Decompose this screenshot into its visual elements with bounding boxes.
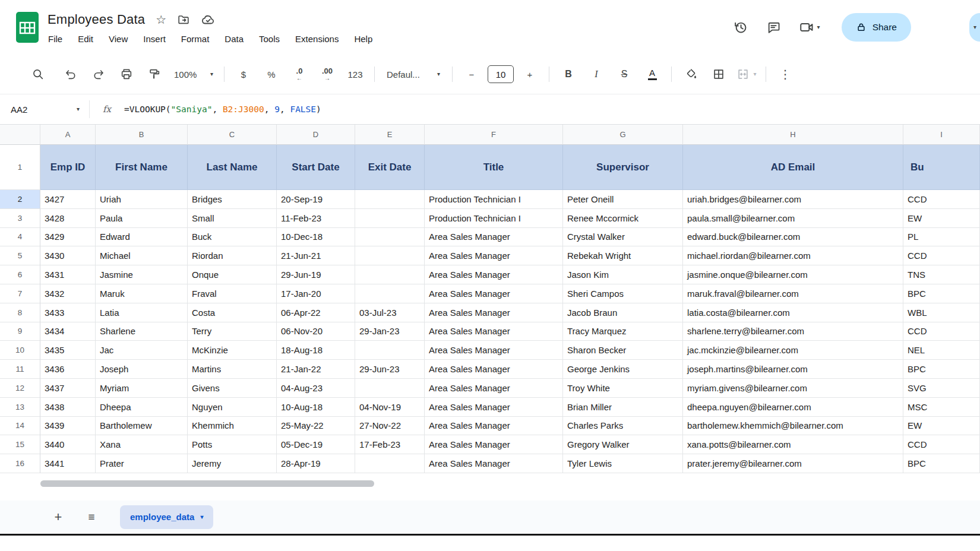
- cell[interactable]: Peter Oneill: [563, 190, 683, 209]
- cell[interactable]: Sharlene: [96, 322, 188, 341]
- cell[interactable]: [355, 190, 425, 209]
- cell[interactable]: BPC: [903, 284, 980, 303]
- row-header[interactable]: 16: [0, 454, 40, 473]
- increase-decimal-button[interactable]: .00 →: [315, 62, 339, 86]
- cell[interactable]: Latia: [96, 303, 188, 322]
- header-cell[interactable]: First Name: [96, 145, 188, 190]
- column-header[interactable]: G: [563, 125, 683, 145]
- cell[interactable]: 29-Jan-23: [355, 322, 425, 341]
- cell[interactable]: CCD: [903, 322, 980, 341]
- increase-font-size-button[interactable]: +: [518, 62, 542, 86]
- menu-view[interactable]: View: [101, 31, 135, 46]
- cell[interactable]: [355, 209, 425, 228]
- cell[interactable]: 3441: [40, 454, 96, 473]
- row-header[interactable]: 12: [0, 379, 40, 398]
- cell[interactable]: sharlene.terry@bilearner.com: [683, 322, 903, 341]
- cell[interactable]: George Jenkins: [563, 360, 683, 379]
- cell[interactable]: McKinzie: [188, 341, 277, 360]
- row-header[interactable]: 3: [0, 209, 40, 228]
- cell[interactable]: jasmine.onque@bilearner.com: [683, 265, 903, 284]
- cell[interactable]: Costa: [188, 303, 277, 322]
- cell[interactable]: 3436: [40, 360, 96, 379]
- cell[interactable]: 28-Apr-19: [277, 454, 355, 473]
- cell[interactable]: Joseph: [96, 360, 188, 379]
- cell[interactable]: 3440: [40, 435, 96, 454]
- menu-format[interactable]: Format: [173, 31, 217, 46]
- cell[interactable]: Jac: [96, 341, 188, 360]
- row-header[interactable]: 13: [0, 398, 40, 417]
- format-currency-button[interactable]: $: [232, 62, 255, 86]
- header-cell[interactable]: Title: [425, 145, 563, 190]
- cell[interactable]: bartholemew.khemmich@bilearner.com: [683, 417, 903, 436]
- cell[interactable]: Renee Mccormick: [563, 209, 683, 228]
- cell[interactable]: Area Sales Manager: [425, 435, 563, 454]
- header-cell[interactable]: Emp ID: [40, 145, 96, 190]
- cell[interactable]: CCD: [903, 190, 980, 209]
- document-title[interactable]: Employees Data: [48, 12, 145, 27]
- cell[interactable]: maruk.fraval@bilearner.com: [683, 284, 903, 303]
- cell[interactable]: [355, 379, 425, 398]
- cell[interactable]: 17-Feb-23: [355, 435, 425, 454]
- cell[interactable]: Uriah: [96, 190, 188, 209]
- cell[interactable]: 11-Feb-23: [277, 209, 355, 228]
- cell[interactable]: 04-Aug-23: [277, 379, 355, 398]
- cell[interactable]: 06-Apr-22: [277, 303, 355, 322]
- name-box[interactable]: AA2 ▾: [0, 94, 89, 124]
- print-button[interactable]: [115, 62, 138, 86]
- format-percent-button[interactable]: %: [260, 62, 283, 86]
- borders-button[interactable]: [707, 62, 731, 86]
- text-color-button[interactable]: A: [640, 62, 664, 86]
- paint-format-button[interactable]: [143, 62, 166, 86]
- account-menu-partial[interactable]: ▾: [969, 13, 980, 42]
- cell[interactable]: Area Sales Manager: [425, 265, 563, 284]
- cell[interactable]: Area Sales Manager: [425, 246, 563, 265]
- search-button[interactable]: [26, 62, 50, 86]
- cell[interactable]: 10-Aug-18: [277, 398, 355, 417]
- row-header[interactable]: 2: [0, 190, 40, 209]
- cell[interactable]: Tyler Lewis: [563, 454, 683, 473]
- cell[interactable]: Maruk: [96, 284, 188, 303]
- row-header[interactable]: 15: [0, 435, 40, 454]
- menu-edit[interactable]: Edit: [70, 31, 101, 46]
- cell[interactable]: Jeremy: [188, 454, 277, 473]
- sheets-logo-icon[interactable]: [15, 11, 39, 43]
- cell[interactable]: 3438: [40, 398, 96, 417]
- horizontal-scrollbar[interactable]: [40, 480, 374, 487]
- menu-tools[interactable]: Tools: [251, 31, 287, 46]
- row-header[interactable]: 4: [0, 228, 40, 247]
- row-header[interactable]: 9: [0, 322, 40, 341]
- more-formats-button[interactable]: 123: [343, 62, 367, 86]
- cell[interactable]: 3439: [40, 417, 96, 436]
- cell[interactable]: Area Sales Manager: [425, 360, 563, 379]
- cell[interactable]: Martins: [188, 360, 277, 379]
- header-cell[interactable]: Supervisor: [563, 145, 683, 190]
- cell[interactable]: Crystal Walker: [563, 228, 683, 247]
- cell[interactable]: Area Sales Manager: [425, 417, 563, 436]
- cell[interactable]: TNS: [903, 265, 980, 284]
- column-header[interactable]: E: [355, 125, 425, 145]
- undo-button[interactable]: [59, 62, 83, 86]
- cell[interactable]: MSC: [903, 398, 980, 417]
- menu-help[interactable]: Help: [346, 31, 380, 46]
- cell[interactable]: Riordan: [188, 246, 277, 265]
- font-size-input[interactable]: 10: [488, 65, 514, 83]
- row-header[interactable]: 11: [0, 360, 40, 379]
- cell[interactable]: Area Sales Manager: [425, 379, 563, 398]
- redo-button[interactable]: [87, 62, 110, 86]
- cell[interactable]: 3437: [40, 379, 96, 398]
- cell[interactable]: Area Sales Manager: [425, 228, 563, 247]
- cell[interactable]: Onque: [188, 265, 277, 284]
- cell[interactable]: Production Technician I: [425, 190, 563, 209]
- cell[interactable]: michael.riordan@bilearner.com: [683, 246, 903, 265]
- cell[interactable]: PL: [903, 228, 980, 247]
- cell[interactable]: 25-May-22: [277, 417, 355, 436]
- cell[interactable]: latia.costa@bilearner.com: [683, 303, 903, 322]
- add-sheet-button[interactable]: +: [48, 506, 69, 528]
- cell[interactable]: Area Sales Manager: [425, 303, 563, 322]
- cell[interactable]: 27-Nov-22: [355, 417, 425, 436]
- sheet-tab-employee-data[interactable]: employee_data ▾: [120, 505, 213, 529]
- cell[interactable]: [355, 246, 425, 265]
- cell[interactable]: 20-Sep-19: [277, 190, 355, 209]
- column-header[interactable]: A: [40, 125, 96, 145]
- menu-extensions[interactable]: Extensions: [287, 31, 346, 46]
